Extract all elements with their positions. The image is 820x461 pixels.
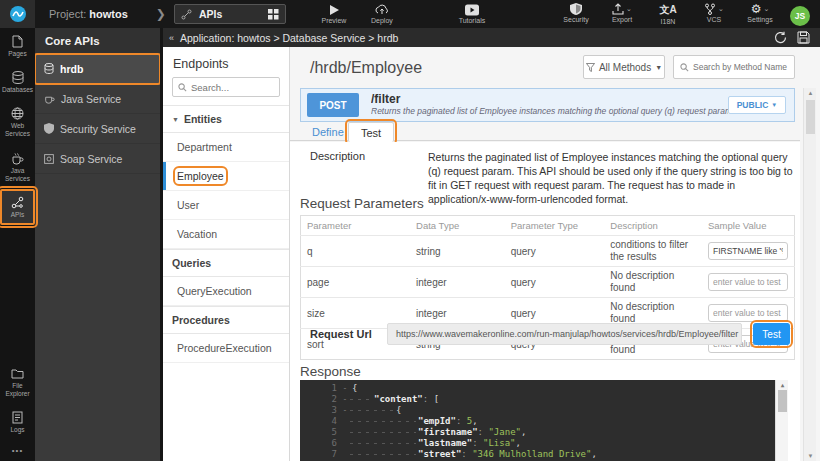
search-icon — [680, 63, 689, 72]
code-line: 7"street": "346 Mulholland Drive", — [300, 449, 775, 460]
section-entities[interactable]: ▼ Entities — [163, 105, 289, 133]
description-label: Description — [310, 150, 365, 162]
table-row-page: page integer query No description found — [301, 267, 795, 298]
code-line: 3-{ — [300, 405, 775, 416]
wavemaker-logo[interactable] — [0, 0, 35, 28]
param-type: query — [505, 267, 605, 298]
rail-item-java-services[interactable]: Java Services — [0, 145, 35, 189]
method-badge: POST — [307, 93, 359, 117]
description-text: Returns the paginated list of Employee i… — [428, 150, 796, 206]
scroll-up-icon[interactable]: ▲ — [804, 90, 817, 96]
tutorials-button[interactable]: Tutorials — [450, 4, 494, 24]
fold-icon[interactable]: - — [340, 405, 350, 416]
settings-gear-icon: ⚙ — [751, 3, 762, 15]
request-parameters-title: Request Parameters — [300, 196, 424, 211]
breadcrumb-bar: « Application: howtos > Database Service… — [163, 28, 820, 47]
api-node-icon — [181, 9, 192, 20]
editor-scrollbar[interactable]: ▲ — [775, 380, 788, 461]
shield-icon — [44, 123, 54, 134]
methods-filter-dropdown[interactable]: All Methods ▼ — [583, 55, 665, 79]
param-data-type: string — [410, 236, 505, 267]
main-scroll-thumb[interactable] — [806, 100, 815, 134]
apis-tab-label: APIs — [199, 8, 261, 20]
scroll-down-icon[interactable]: ▼ — [804, 453, 817, 459]
endpoint-card-post-filter[interactable]: POST /filter Returns the paginated list … — [300, 88, 795, 122]
endpoint-item-queryexecution[interactable]: QueryExecution — [163, 277, 289, 306]
settings-button[interactable]: ⚙⌄ Settings — [738, 3, 782, 23]
col-parameter-type: Parameter Type — [505, 216, 605, 236]
save-icon[interactable] — [797, 31, 810, 44]
project-label: Project: howtos — [49, 8, 128, 20]
core-apis-header: Core APIs — [35, 28, 160, 54]
param-type: query — [505, 236, 605, 267]
collapse-panel-icon[interactable]: « — [163, 33, 180, 43]
visibility-dropdown[interactable]: PUBLIC ▼ — [728, 96, 786, 114]
col-data-type: Data Type — [410, 216, 505, 236]
refresh-icon[interactable] — [774, 31, 787, 44]
main-scrollbar[interactable]: ▲ ▼ — [803, 88, 816, 461]
endpoint-item-vacation[interactable]: Vacation — [163, 220, 289, 249]
rail-item-databases[interactable]: Databases — [0, 64, 35, 100]
service-item-soap-service[interactable]: Soap Service — [35, 144, 160, 174]
preview-button[interactable]: Preview — [312, 4, 356, 24]
security-button[interactable]: Security — [554, 3, 598, 23]
code-line: 6"lastname": "Lisa", — [300, 438, 775, 449]
apis-workspace-tab[interactable]: APIs — [174, 4, 286, 24]
endpoints-panel: Endpoints ▼ Entities Department Employee… — [163, 47, 290, 461]
rail-item-apis[interactable]: APIs — [0, 189, 35, 225]
deploy-button[interactable]: Deploy — [360, 4, 404, 24]
endpoint-item-procedureexecution[interactable]: ProcedureExecution — [163, 334, 289, 363]
core-apis-panel: Core APIs hrdb Java Service Security Ser… — [35, 28, 160, 461]
sample-value-input-size[interactable] — [708, 304, 788, 322]
api-title: /hrdb/Employee — [310, 59, 422, 77]
export-button[interactable]: ⌄ Export — [600, 3, 644, 23]
rail-item-logs[interactable]: Logs — [0, 404, 35, 440]
code-line: 5"firstname": "Jane", — [300, 427, 775, 438]
response-code-editor[interactable]: 1-{ 2-"content": [ 3-{ 4"empId": 5, 5"fi… — [300, 380, 788, 461]
rail-item-web-services[interactable]: Web Services — [0, 100, 35, 144]
fold-icon[interactable]: - — [340, 383, 350, 394]
service-item-java-service[interactable]: Java Service — [35, 84, 160, 114]
col-description: Description — [604, 216, 702, 236]
param-data-type: integer — [410, 267, 505, 298]
request-url-value: https://www.wavemakeronline.com/run-manj… — [387, 323, 742, 345]
rail-item-file-explorer[interactable]: File Explorer — [0, 360, 35, 404]
col-parameter: Parameter — [301, 216, 411, 236]
endpoints-search-input[interactable] — [191, 82, 271, 93]
rail-more-button[interactable]: ••• — [0, 440, 35, 461]
sample-value-input-q[interactable] — [708, 242, 788, 260]
search-icon — [178, 83, 187, 92]
tab-test[interactable]: Test — [348, 122, 394, 142]
export-chevron-icon: ⌄ — [626, 5, 632, 13]
endpoint-item-user[interactable]: User — [163, 191, 289, 220]
api-header: /hrdb/Employee All Methods ▼ — [290, 47, 820, 88]
section-procedures[interactable]: Procedures — [163, 306, 289, 334]
dropdown-caret-icon: ▼ — [655, 64, 662, 71]
endpoints-search[interactable] — [172, 77, 280, 97]
param-name: q — [301, 236, 411, 267]
vcs-chevron-icon: ⌄ — [718, 5, 724, 13]
preview-play-icon — [328, 4, 340, 16]
rail-item-pages[interactable]: Pages — [0, 28, 35, 64]
endpoint-item-employee[interactable]: Employee — [163, 162, 289, 191]
grid-icon[interactable] — [268, 9, 279, 20]
scroll-up-icon[interactable]: ▲ — [776, 381, 788, 388]
fold-icon[interactable]: - — [340, 394, 350, 405]
section-queries[interactable]: Queries — [163, 249, 289, 277]
editor-scroll-thumb[interactable] — [778, 390, 787, 412]
test-button[interactable]: Test — [753, 323, 790, 345]
breadcrumb-chevron-icon: ❯ — [156, 7, 166, 21]
service-item-security-service[interactable]: Security Service — [35, 114, 160, 144]
method-search-input[interactable] — [693, 62, 788, 72]
service-item-hrdb[interactable]: hrdb — [35, 54, 160, 84]
apis-icon — [11, 196, 24, 209]
endpoint-item-department[interactable]: Department — [163, 133, 289, 162]
service-item-label: Soap Service — [60, 153, 122, 165]
method-search[interactable] — [673, 55, 795, 79]
i18n-button[interactable]: 文A I18N — [646, 3, 690, 25]
security-shield-icon — [570, 3, 582, 15]
database-icon — [44, 63, 54, 74]
sample-value-input-page[interactable] — [708, 273, 788, 291]
user-avatar[interactable]: JS — [790, 6, 810, 26]
vcs-button[interactable]: ⌄ VCS — [692, 3, 736, 23]
